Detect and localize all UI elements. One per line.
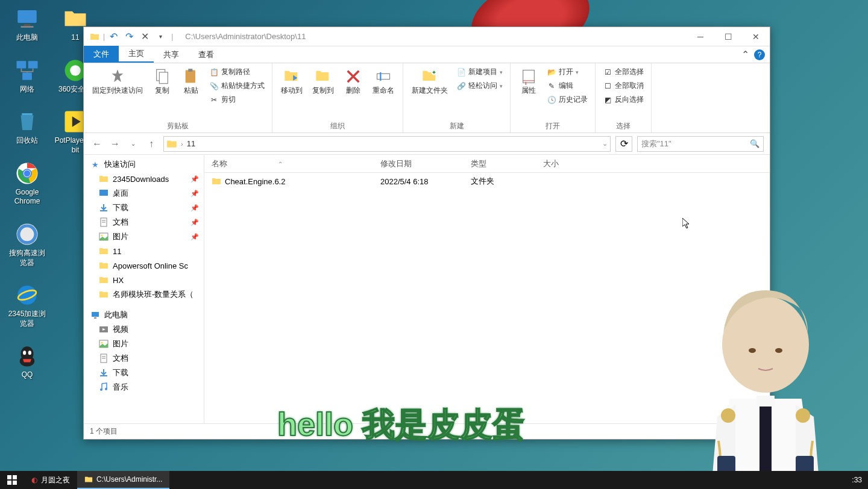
undo-button[interactable]: ↶ <box>106 30 121 44</box>
sidebar-item[interactable]: 下载📌 <box>84 201 204 215</box>
selectnone-button[interactable]: ☐全部取消 <box>600 79 646 92</box>
sidebar-thispc[interactable]: 此电脑 <box>84 308 204 322</box>
svg-point-17 <box>28 351 31 355</box>
sidebar-item[interactable]: 图片📌 <box>84 229 204 244</box>
column-headers: 名称 ⌃ 修改日期 类型 大小 <box>204 155 770 173</box>
sidebar-item[interactable]: 下载 <box>84 366 204 380</box>
breadcrumb-item[interactable]: 11 <box>187 139 195 148</box>
desktop-icon-qq[interactable]: QQ <box>6 343 48 380</box>
invert-button[interactable]: ◩反向选择 <box>600 93 646 106</box>
paste-button[interactable]: 粘贴 <box>178 66 204 97</box>
easyaccess-button[interactable]: 🔗轻松访问▾ <box>454 79 505 92</box>
sidebar-item[interactable]: HX <box>84 273 204 287</box>
sidebar-item[interactable]: 2345Downloads📌 <box>84 172 204 186</box>
folder-icon <box>98 260 109 271</box>
maximize-button[interactable]: ☐ <box>714 27 742 46</box>
moveto-button[interactable]: 移动到 <box>277 66 306 97</box>
desktop-icon-chrome[interactable]: Google Chrome <box>6 161 48 207</box>
properties-button[interactable]: 属性 <box>515 66 542 97</box>
sidebar-item[interactable]: 文档📌 <box>84 215 204 229</box>
taskbar-clock[interactable]: :33 <box>852 476 862 484</box>
sidebar-item[interactable]: 文档 <box>84 351 204 366</box>
help-button[interactable]: ? <box>754 49 765 60</box>
paste-icon <box>181 67 201 86</box>
history-icon: 🕓 <box>547 95 556 105</box>
edit-button[interactable]: ✎编辑 <box>544 79 590 92</box>
col-size[interactable]: 大小 <box>536 158 584 169</box>
desktop-icon-recycle[interactable]: 回收站 <box>6 109 48 146</box>
history-button[interactable]: 🕓历史记录 <box>544 93 590 106</box>
sidebar-item[interactable]: 桌面📌 <box>84 186 204 201</box>
network-icon <box>14 58 40 83</box>
minimize-button[interactable]: ─ <box>687 27 714 46</box>
video-icon <box>98 324 109 335</box>
folder-icon <box>166 139 177 149</box>
copyto-button[interactable]: 复制到 <box>309 66 338 97</box>
svg-point-45 <box>796 408 810 423</box>
col-type[interactable]: 类型 <box>464 158 536 169</box>
svg-point-10 <box>24 170 31 177</box>
rename-button[interactable]: 重命名 <box>369 66 398 97</box>
search-input[interactable]: 搜索"11" 🔍 <box>637 136 764 152</box>
taskbar-app-2[interactable]: C:\Users\Administr... <box>77 471 169 489</box>
desktop-icon-sogou[interactable]: 搜狗高速浏览器 <box>6 222 48 267</box>
selectall-button[interactable]: ☑全部选择 <box>600 66 646 78</box>
sidebar-item[interactable]: 名师模块班-数量关系（ <box>84 287 204 302</box>
delete-qat-button[interactable]: ✕ <box>137 30 152 44</box>
cut-button[interactable]: ✂剪切 <box>207 93 267 106</box>
redo-button[interactable]: ↷ <box>122 30 136 44</box>
sidebar-item[interactable]: 音乐 <box>84 380 204 394</box>
desktop-icon-thispc[interactable]: 此电脑 <box>6 6 48 43</box>
folder-icon <box>98 275 109 285</box>
subtitle-text: hello 我是皮皮蛋 <box>277 403 525 447</box>
forward-button[interactable]: → <box>108 137 122 151</box>
svg-point-44 <box>721 408 735 423</box>
sidebar-quickaccess[interactable]: ★ 快速访问 <box>84 157 204 172</box>
avatar-character <box>687 278 844 489</box>
folder-icon <box>98 173 109 184</box>
col-date[interactable]: 修改日期 <box>373 158 464 169</box>
tab-share[interactable]: 共享 <box>154 47 189 63</box>
svg-rect-33 <box>94 317 96 319</box>
sidebar-item[interactable]: 视频 <box>84 322 204 337</box>
tab-view[interactable]: 查看 <box>189 47 224 63</box>
collapse-ribbon-button[interactable]: ⌃ <box>741 49 749 60</box>
col-name[interactable]: 名称 ⌃ <box>204 158 373 169</box>
recent-dropdown[interactable]: ⌄ <box>126 137 140 151</box>
pasteshortcut-button[interactable]: 📎粘贴快捷方式 <box>207 79 267 92</box>
delete-button[interactable]: 删除 <box>340 66 366 97</box>
sidebar-item[interactable]: 图片 <box>84 337 204 351</box>
address-bar[interactable]: › 11 ⌄ <box>163 136 611 152</box>
svg-rect-2 <box>21 26 34 28</box>
start-button[interactable] <box>0 471 24 489</box>
copy-button[interactable]: 复制 <box>149 66 175 97</box>
sidebar-item[interactable]: 11 <box>84 244 204 258</box>
open-button[interactable]: 📂打开▾ <box>544 66 590 78</box>
up-button[interactable]: ↑ <box>144 137 159 151</box>
desktop-icon-network[interactable]: 网络 <box>6 58 48 95</box>
close-button[interactable]: ✕ <box>742 27 770 46</box>
address-dropdown[interactable]: ⌄ <box>602 140 608 148</box>
newitem-button[interactable]: 📄新建项目▾ <box>454 66 505 78</box>
tab-home[interactable]: 主页 <box>119 46 154 63</box>
star-icon: ★ <box>90 159 101 170</box>
pin-button[interactable]: 固定到快速访问 <box>89 66 146 97</box>
chevron-right-icon[interactable]: › <box>181 140 183 148</box>
back-button[interactable]: ← <box>90 137 104 151</box>
file-tab[interactable]: 文件 <box>84 46 119 63</box>
delete-icon <box>344 67 363 86</box>
refresh-button[interactable]: ⟳ <box>615 136 632 152</box>
pc-icon <box>14 6 40 31</box>
taskbar-app-1[interactable]: ◐ 月圆之夜 <box>24 471 77 489</box>
svg-rect-51 <box>13 481 17 485</box>
sidebar-item[interactable]: Apowersoft Online Sc <box>84 258 204 273</box>
qq-icon <box>14 343 40 369</box>
svg-rect-49 <box>13 475 17 479</box>
copypath-button[interactable]: 📋复制路径 <box>207 66 267 78</box>
newfolder-button[interactable]: 新建文件夹 <box>408 66 451 97</box>
svg-rect-5 <box>22 72 32 79</box>
desktop-icon-2345[interactable]: 2345加速浏览器 <box>6 282 48 328</box>
qat-dropdown[interactable]: ▾ <box>153 30 168 44</box>
folder-icon <box>98 289 109 300</box>
file-row[interactable]: Cheat.Engine.6.22022/5/4 6:18文件夹 <box>204 173 770 190</box>
